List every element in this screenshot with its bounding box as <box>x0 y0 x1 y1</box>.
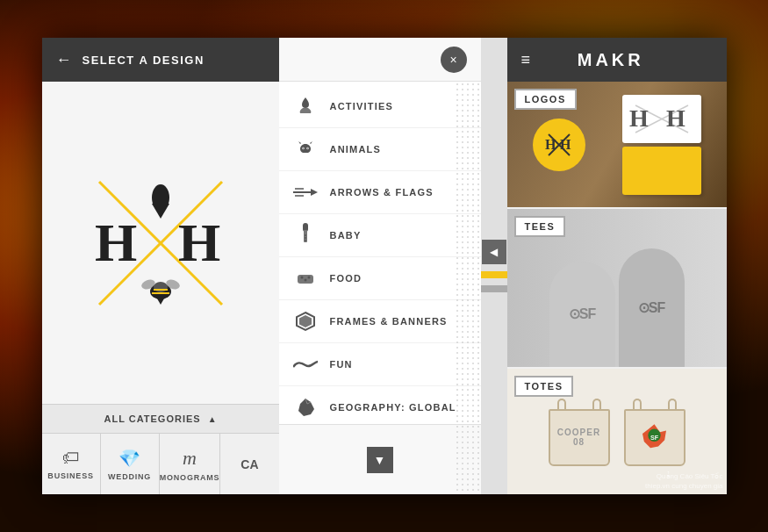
all-categories-bar[interactable]: ALL CATEGORIES ▲ <box>42 404 279 433</box>
left-panel: ← SELECT A DESIGN H H <box>42 38 279 494</box>
chevron-up-icon: ▲ <box>208 414 217 424</box>
category-item-activities[interactable]: ACTIVITIES <box>279 85 481 128</box>
svg-text:H: H <box>560 137 571 152</box>
animals-icon <box>293 137 318 162</box>
all-categories-label: ALL CATEGORIES <box>104 413 200 424</box>
category-item-food[interactable]: FOOD <box>279 257 481 300</box>
svg-point-16 <box>306 147 307 148</box>
category-food-label: FOOD <box>330 273 362 284</box>
scroll-down-button[interactable]: ▼ <box>367 447 393 473</box>
tote-bag-1: COOPER08 <box>549 399 610 464</box>
category-item-baby[interactable]: BABY <box>279 214 481 257</box>
category-item-arrows[interactable]: ARROWS & FLAGS <box>279 171 481 214</box>
fun-icon <box>293 352 318 377</box>
business-icon: 🏷 <box>62 448 80 468</box>
activities-icon <box>293 94 318 119</box>
svg-point-27 <box>300 277 303 279</box>
wedding-icon: 💎 <box>118 448 140 469</box>
category-item-animals[interactable]: ANIMALS <box>279 128 481 171</box>
main-container: ← SELECT A DESIGN H H <box>42 38 727 494</box>
logo-card-yellow <box>622 147 701 195</box>
person-2: ⊙SF <box>619 248 685 367</box>
tab-monograms-label: MONOGRAMS <box>160 473 220 482</box>
svg-marker-5 <box>152 204 169 219</box>
category-list: ACTIVITIES ANIMALS ARROWS & FLAGS <box>279 82 481 424</box>
watermark: Quảng Cáo Siêu Tốc thiep.vn cung chuyen … <box>645 472 723 491</box>
right-header: ≡ MAKR <box>507 38 727 82</box>
tab-monograms[interactable]: m MONOGRAMS <box>160 434 221 494</box>
person-1: ⊙SF <box>549 262 615 367</box>
tab-business-label: BUSINESS <box>47 471 93 480</box>
monograms-icon: m <box>183 447 197 470</box>
makr-logo: MAKR <box>578 50 644 70</box>
middle-header: × <box>279 38 481 82</box>
side-arrow-panel: ◀ <box>481 38 507 494</box>
logos-badge: LOGOS <box>514 89 577 110</box>
logo-cards-stack: H H <box>622 95 701 195</box>
svg-text:H: H <box>666 104 685 132</box>
category-activities-label: ACTIVITIES <box>330 101 394 111</box>
food-icon <box>293 266 318 291</box>
slide-left-button[interactable]: ◀ <box>482 240 506 264</box>
totes-badge: TOTES <box>514 376 574 397</box>
tab-wedding[interactable]: 💎 WEDDING <box>101 434 160 494</box>
svg-text:H: H <box>545 137 556 152</box>
left-header: ← SELECT A DESIGN <box>42 38 279 82</box>
middle-panel: × ACTIVITIES ANIMALS <box>279 38 481 494</box>
svg-marker-12 <box>157 298 164 305</box>
logo-card-white: H H <box>622 95 701 143</box>
close-button[interactable]: × <box>441 47 467 73</box>
category-animals-label: ANIMALS <box>330 144 382 155</box>
svg-text:H: H <box>95 212 137 272</box>
product-row-totes[interactable]: TOTES COOPER08 <box>507 369 727 494</box>
svg-point-23 <box>305 234 306 236</box>
svg-point-25 <box>305 240 306 241</box>
svg-point-29 <box>307 277 310 279</box>
tees-badge: TEES <box>514 216 566 237</box>
frames-icon <box>293 309 318 334</box>
tab-wedding-label: WEDDING <box>108 472 151 481</box>
design-preview: H H <box>42 82 279 404</box>
arrows-icon <box>293 180 318 205</box>
gray-stripe <box>481 285 507 292</box>
logo-circle: H H <box>533 119 585 171</box>
design-canvas: H H <box>73 155 248 331</box>
yellow-stripe <box>481 271 507 278</box>
product-grid: LOGOS H H <box>507 82 727 494</box>
middle-bottom: ▼ <box>279 424 481 494</box>
svg-point-28 <box>304 279 306 282</box>
right-panel: ≡ MAKR LOGOS H H <box>507 38 727 494</box>
dot-pattern <box>455 82 481 494</box>
category-fun-label: FUN <box>330 359 353 370</box>
category-item-geography-global[interactable]: GEOGRAPHY: GLOBAL <box>279 386 481 424</box>
svg-point-15 <box>302 147 303 148</box>
svg-point-7 <box>154 282 168 292</box>
svg-text:H: H <box>178 212 220 272</box>
geography-global-icon <box>293 395 318 420</box>
product-row-logos[interactable]: LOGOS H H <box>507 82 727 207</box>
ca-icon: CA <box>240 457 258 471</box>
svg-text:SF: SF <box>650 434 659 442</box>
bottom-tabs: 🏷 BUSINESS 💎 WEDDING m MONOGRAMS CA <box>42 433 279 494</box>
tab-ca[interactable]: CA <box>220 434 278 494</box>
menu-icon[interactable]: ≡ <box>521 51 531 69</box>
baby-icon <box>293 223 318 248</box>
category-frames-label: FRAMES & BANNERS <box>330 316 448 327</box>
tote-bag-2: SF <box>624 399 685 464</box>
svg-marker-31 <box>299 315 312 327</box>
svg-marker-18 <box>311 189 318 196</box>
category-arrows-label: ARROWS & FLAGS <box>330 187 434 198</box>
svg-text:H: H <box>629 104 649 132</box>
category-item-fun[interactable]: FUN <box>279 343 481 386</box>
category-geography-global-label: GEOGRAPHY: GLOBAL <box>330 402 456 413</box>
select-design-title: SELECT A DESIGN <box>83 54 205 67</box>
tab-business[interactable]: 🏷 BUSINESS <box>42 434 101 494</box>
category-item-frames[interactable]: FRAMES & BANNERS <box>279 300 481 343</box>
product-row-tees[interactable]: TEES ⊙SF ⊙SF <box>507 209 727 366</box>
back-button[interactable]: ← <box>56 51 72 69</box>
svg-point-24 <box>305 237 306 239</box>
category-baby-label: BABY <box>330 230 362 241</box>
